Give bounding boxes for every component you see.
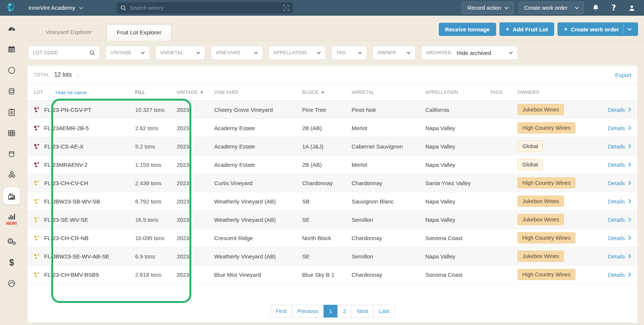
lot-cell[interactable]: FL-23-CH-CR-NB xyxy=(34,235,135,241)
innovint-logo-icon xyxy=(6,2,17,13)
owners-cell: Global xyxy=(517,159,608,170)
archived-filter-label: ARCHIVED xyxy=(426,50,452,55)
fill-cell: 1.159 tons xyxy=(135,162,177,168)
col-header-block[interactable]: BLOCK xyxy=(302,90,352,95)
lot-cell[interactable]: FL-23-SE-WV-SE xyxy=(34,217,135,223)
vineyard-filter[interactable]: VINEYARD xyxy=(211,46,263,60)
search-input[interactable] xyxy=(130,5,280,11)
lot-code-input[interactable] xyxy=(33,50,89,55)
sidebar-item-billing[interactable]: $ xyxy=(0,252,23,273)
chevron-down-icon xyxy=(358,52,362,54)
lot-cell[interactable]: FL-23AEMR-2B-5 xyxy=(34,125,135,131)
appellation-cell: Napa Valley xyxy=(425,217,490,223)
lot-cell[interactable]: FL-23-PN-CGV-PT xyxy=(34,107,135,113)
sidebar-item-tanks[interactable] xyxy=(0,60,23,81)
sidebar-item-cases[interactable] xyxy=(0,165,23,186)
lot-code: FL-23-CH-CV-CH xyxy=(44,180,88,186)
varietal-cell: Cabernet Sauvignon xyxy=(352,143,425,150)
details-link[interactable]: Details xyxy=(608,180,631,186)
lot-code: FL-23-CH-CR-NB xyxy=(44,235,88,241)
sidebar-item-work-orders[interactable] xyxy=(0,102,23,123)
vineyard-cell: Weatherly Vineyard (AB) xyxy=(214,217,302,223)
lot-cell[interactable]: FL-JBW23-SE-WV-AB-SE xyxy=(34,253,135,260)
chevron-down-icon xyxy=(407,52,411,54)
hide-lot-name-link[interactable]: Hide lot name xyxy=(55,90,86,95)
lot-cell[interactable]: FL-JBW23-SB-WV-SB xyxy=(34,198,135,205)
dashboard-icon xyxy=(7,24,16,33)
tag-filter[interactable]: TAG xyxy=(331,46,367,60)
sidebar-item-grid[interactable] xyxy=(0,123,23,144)
lot-cell[interactable]: FL-23-CS-AE-X xyxy=(34,143,135,150)
lot-cell[interactable]: FL-23-CH-BMV-BSB9 xyxy=(34,272,135,278)
chevron-down-icon[interactable] xyxy=(628,28,632,31)
details-link[interactable]: Details xyxy=(608,162,631,168)
details-link[interactable]: Details xyxy=(608,125,631,131)
sidebar-item-reports[interactable]: NEW! xyxy=(0,206,23,231)
pagination-last[interactable]: Last xyxy=(373,305,395,318)
help-icon[interactable]: ? xyxy=(607,3,620,12)
dollar-icon: $ xyxy=(9,258,14,268)
pagination-page-2[interactable]: 2 xyxy=(337,305,352,318)
details-link[interactable]: Details xyxy=(608,143,631,150)
lot-code-filter xyxy=(28,46,100,60)
notifications-bell-icon[interactable] xyxy=(589,4,602,12)
add-fruit-lot-button[interactable]: + Add Fruit Lot xyxy=(499,22,554,36)
lot-cell[interactable]: FL-23-CH-CV-CH xyxy=(34,180,135,186)
lot-cell[interactable]: FL-23MRAENV-2 xyxy=(34,162,135,168)
create-work-order-button[interactable]: + Create work order xyxy=(558,22,638,36)
appellation-cell: Napa Valley xyxy=(425,198,490,205)
details-label: Details xyxy=(608,217,625,223)
sidebar-item-settings[interactable]: ⚙⚙ xyxy=(0,231,23,252)
sidebar-item-dashboard[interactable] xyxy=(0,18,23,39)
export-link[interactable]: Export xyxy=(615,72,631,78)
archived-filter[interactable]: ARCHIVED Hide archived xyxy=(421,46,518,60)
grape-cluster-icon xyxy=(34,217,40,223)
appellation-cell: Sonoma Coast xyxy=(425,235,490,241)
chevron-down-icon xyxy=(317,52,321,54)
sidebar-item-fruit-lots[interactable] xyxy=(0,186,23,206)
appellation-filter[interactable]: APPELLATION xyxy=(268,46,326,60)
details-link[interactable]: Details xyxy=(608,198,631,205)
owner-filter[interactable]: OWNER xyxy=(373,46,416,60)
details-link[interactable]: Details xyxy=(608,235,631,241)
create-work-order-label: Create work order xyxy=(571,26,619,33)
details-link[interactable]: Details xyxy=(608,107,631,113)
tab-fruit-lot-explorer[interactable]: Fruit Lot Explorer xyxy=(107,24,171,40)
sidebar-item-vessels[interactable] xyxy=(0,144,23,165)
varietal-cell: Merlot xyxy=(352,125,425,131)
details-label: Details xyxy=(608,180,625,186)
tab-vineyard-explorer[interactable]: Vineyard Explorer xyxy=(36,24,101,40)
chevron-down-icon[interactable] xyxy=(575,7,579,9)
details-label: Details xyxy=(608,272,625,278)
chevron-down-icon xyxy=(141,52,145,54)
scan-icon[interactable] xyxy=(283,5,289,11)
pagination-page-1[interactable]: 1 xyxy=(323,305,338,318)
pagination-next[interactable]: Next xyxy=(351,305,374,318)
owner-badge: Global xyxy=(517,159,543,170)
pagination-first[interactable]: First xyxy=(270,305,292,318)
details-link[interactable]: Details xyxy=(608,253,631,260)
varietal-filter[interactable]: VARIETAL xyxy=(155,46,205,60)
chevron-right-icon xyxy=(628,162,631,167)
appellation-cell: Napa Valley xyxy=(425,143,490,150)
varietal-cell: Chardonnay xyxy=(352,272,425,278)
grape-cluster-icon xyxy=(34,125,40,131)
pagination-previous[interactable]: Previous xyxy=(292,305,324,318)
create-work-order-topbar-button[interactable]: Create work order xyxy=(519,2,584,14)
vintage-filter-label: VINTAGE xyxy=(110,50,132,55)
filter-bar: VINTAGE VARIETAL VINEYARD APPELLATION xyxy=(23,40,644,65)
receive-tonnage-button[interactable]: Receive tonnage xyxy=(439,23,496,36)
sidebar-item-calendar[interactable] xyxy=(0,39,23,60)
col-header-vintage[interactable]: VINTAGE xyxy=(177,90,214,95)
details-link[interactable]: Details xyxy=(608,272,631,278)
sidebar-item-barrels[interactable] xyxy=(0,81,23,102)
sidebar-item-explore[interactable] xyxy=(0,273,23,294)
details-link[interactable]: Details xyxy=(608,217,631,223)
receive-tonnage-label: Receive tonnage xyxy=(445,26,490,33)
varietal-cell: Chardonnay xyxy=(352,180,425,186)
vintage-filter[interactable]: VINTAGE xyxy=(106,46,150,60)
lot-code: FL-23-CH-BMV-BSB9 xyxy=(44,272,99,278)
user-account-icon[interactable] xyxy=(625,4,638,12)
winery-switcher[interactable]: InnoVint Academy xyxy=(28,4,83,11)
record-action-button[interactable]: Record action xyxy=(462,2,513,14)
